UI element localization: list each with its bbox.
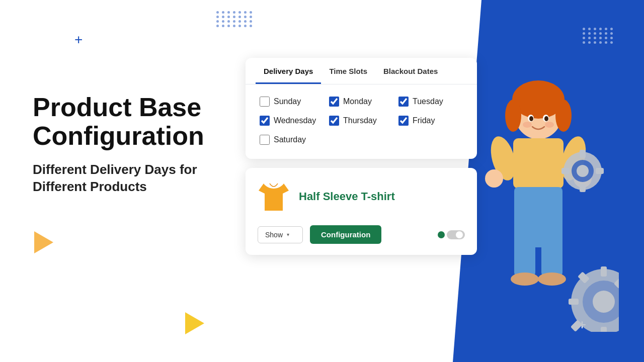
product-card: Half Sleeve T-shirt Show ▾ Configuration bbox=[246, 168, 477, 255]
delivery-days-card: Delivery Days Time Slots Blackout Dates … bbox=[246, 58, 477, 159]
product-top-section: Half Sleeve T-shirt bbox=[258, 179, 465, 214]
hero-section: Product Base Configuration Different Del… bbox=[33, 93, 244, 196]
chevron-down-icon: ▾ bbox=[287, 232, 289, 237]
checkbox-friday[interactable] bbox=[398, 116, 409, 126]
label-monday: Monday bbox=[343, 97, 372, 106]
svg-rect-18 bbox=[580, 184, 586, 192]
dots-top-center bbox=[216, 11, 253, 27]
checkbox-monday[interactable] bbox=[329, 97, 339, 107]
svg-point-16 bbox=[577, 165, 589, 177]
show-selected-value: Show bbox=[265, 231, 283, 239]
svg-point-7 bbox=[485, 169, 503, 188]
tab-bar: Delivery Days Time Slots Blackout Dates bbox=[246, 58, 477, 84]
checkbox-wednesday[interactable] bbox=[260, 116, 270, 126]
checkbox-thursday[interactable] bbox=[329, 116, 339, 126]
label-saturday: Saturday bbox=[274, 135, 306, 144]
dots-top-right bbox=[583, 28, 614, 44]
svg-point-35 bbox=[544, 116, 548, 121]
svg-rect-17 bbox=[580, 150, 586, 158]
svg-rect-20 bbox=[596, 168, 604, 174]
label-thursday: Thursday bbox=[343, 116, 377, 125]
svg-rect-11 bbox=[541, 221, 562, 277]
label-sunday: Sunday bbox=[274, 97, 301, 106]
day-sunday[interactable]: Sunday bbox=[260, 97, 324, 107]
cards-area: Delivery Days Time Slots Blackout Dates … bbox=[246, 58, 477, 255]
svg-point-2 bbox=[505, 100, 521, 132]
product-icon bbox=[258, 179, 290, 214]
label-tuesday: Tuesday bbox=[413, 97, 443, 106]
tab-delivery-days[interactable]: Delivery Days bbox=[256, 58, 321, 84]
svg-rect-25 bbox=[601, 327, 607, 332]
label-friday: Friday bbox=[413, 116, 435, 125]
hero-subtitle: Different Delivery Days for Different Pr… bbox=[33, 161, 244, 196]
svg-point-34 bbox=[529, 116, 533, 121]
svg-point-13 bbox=[538, 273, 566, 286]
plus-icon-top-left: + bbox=[74, 33, 83, 47]
svg-rect-24 bbox=[601, 266, 607, 277]
day-saturday[interactable]: Saturday bbox=[260, 135, 324, 145]
svg-point-12 bbox=[511, 273, 539, 286]
checkbox-tuesday[interactable] bbox=[398, 97, 409, 107]
delivery-days-body: Sunday Monday Tuesday Wednesday Thursday bbox=[246, 84, 477, 159]
svg-point-36 bbox=[523, 122, 532, 128]
triangle-bottom-decoration bbox=[185, 312, 204, 334]
day-tuesday[interactable]: Tuesday bbox=[398, 97, 463, 107]
day-thursday[interactable]: Thursday bbox=[329, 116, 393, 126]
svg-point-37 bbox=[545, 122, 554, 128]
tab-blackout-dates[interactable]: Blackout Dates bbox=[375, 58, 446, 84]
show-dropdown[interactable]: Show ▾ bbox=[258, 226, 303, 243]
tab-time-slots[interactable]: Time Slots bbox=[321, 58, 375, 84]
product-name: Half Sleeve T-shirt bbox=[299, 190, 395, 203]
checkbox-saturday[interactable] bbox=[260, 135, 270, 145]
product-actions: Show ▾ Configuration bbox=[258, 225, 465, 244]
configuration-button[interactable]: Configuration bbox=[310, 225, 381, 244]
checkbox-sunday[interactable] bbox=[260, 97, 270, 107]
day-monday[interactable]: Monday bbox=[329, 97, 393, 107]
label-wednesday: Wednesday bbox=[274, 116, 316, 125]
day-friday[interactable]: Friday bbox=[398, 116, 463, 126]
svg-rect-26 bbox=[569, 299, 579, 305]
svg-rect-10 bbox=[514, 221, 535, 277]
hero-title: Product Base Configuration bbox=[33, 93, 244, 150]
triangle-left-decoration bbox=[34, 231, 53, 253]
day-wednesday[interactable]: Wednesday bbox=[260, 116, 324, 126]
svg-rect-19 bbox=[561, 168, 570, 174]
svg-point-3 bbox=[555, 100, 572, 132]
svg-rect-4 bbox=[513, 138, 564, 189]
illustration-character bbox=[458, 70, 619, 332]
days-grid: Sunday Monday Tuesday Wednesday Thursday bbox=[260, 97, 463, 145]
svg-point-23 bbox=[593, 291, 615, 313]
toggle-active-dot bbox=[438, 231, 445, 238]
